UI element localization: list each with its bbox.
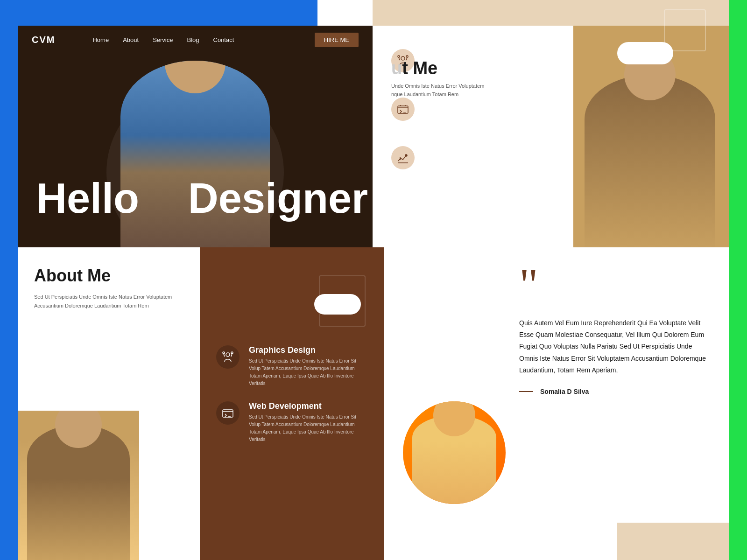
service-mid-title-0: Graphics Design	[249, 345, 368, 355]
service-mid-content-0: Graphics Design Sed Ut Perspiciatis Unde…	[249, 345, 368, 387]
about-me-subtitle: Sed Ut Perspiciatis Unde Omnis Iste Natu…	[34, 293, 183, 310]
web-dev-icon	[396, 102, 410, 116]
white-pill-mid	[314, 294, 361, 315]
service-mid-item-1: Web Development Sed Ut Perspiciatis Unde…	[216, 401, 368, 443]
person-photo-bottom	[18, 411, 139, 560]
person-bottom-figure	[27, 425, 130, 560]
svg-rect-5	[400, 157, 401, 160]
svg-rect-9	[223, 410, 233, 417]
bottom-right-panel: " Quis Autem Vel Eum Iure Reprehenderit …	[384, 247, 729, 560]
person-bottom-head	[55, 411, 102, 448]
author-line: Somalia D Silva	[519, 388, 706, 395]
svg-point-4	[405, 154, 407, 156]
svg-point-6	[226, 353, 230, 357]
svg-rect-3	[398, 106, 408, 113]
about-me-section: About Me Sed Ut Perspiciatis Unde Omnis …	[34, 266, 183, 310]
bg-blue-left-strip	[0, 0, 18, 560]
testimonial-content: " Quis Autem Vel Eum Iure Reprehenderit …	[519, 266, 706, 395]
svg-point-1	[398, 56, 400, 57]
testimonial-text: Quis Autem Vel Eum Iure Reprehenderit Qu…	[519, 317, 706, 376]
hire-me-button[interactable]: HIRE ME	[315, 33, 359, 47]
right-top-panel: ut Me Unde Omnis Iste Natus Error Volupt…	[373, 0, 729, 252]
quote-marks: "	[519, 266, 706, 303]
person-figure	[585, 75, 715, 252]
service-mid-icon-1	[216, 401, 240, 425]
service-mid-icon-0	[216, 345, 240, 369]
service-right-item-1: Web Development Sed Ut Perspiciatis Unde…	[391, 98, 559, 132]
site-logo: CVM	[32, 35, 55, 45]
hero-hello-text: Hello	[36, 177, 139, 219]
bg-green-right-strip	[729, 0, 747, 560]
service-mid-content-1: Web Development Sed Ut Perspiciatis Unde…	[249, 401, 368, 443]
hero-head	[165, 61, 226, 93]
web-dev-icon-mid	[221, 406, 235, 420]
svg-point-7	[223, 352, 225, 354]
service-right-desc-2: Sed Ut Perspiciatis Unde Omnis Iste Natu…	[424, 158, 559, 181]
service-right-content-1: Web Development Sed Ut Perspiciatis Unde…	[424, 98, 559, 132]
service-right-content-2: Marketing Analysis Sed Ut Perspiciatis U…	[424, 146, 559, 181]
webdev-icon-wrap	[391, 98, 415, 121]
author-dash	[519, 391, 533, 392]
bottom-mid-panel: Graphics Design Sed Ut Perspiciatis Unde…	[200, 247, 384, 560]
about-me-title: About Me	[34, 266, 183, 286]
tan-box-bottom	[617, 523, 729, 560]
services-mid-list: Graphics Design Sed Ut Perspiciatis Unde…	[216, 345, 368, 443]
hero-designer-text: Designer	[188, 177, 368, 219]
service-mid-desc-0: Sed Ut Perspiciatis Unde Omnis Iste Natu…	[249, 357, 368, 387]
nav-contact[interactable]: Contact	[213, 36, 234, 43]
about-me-header: ut Me Unde Omnis Iste Natus Error Volupt…	[391, 58, 484, 98]
service-right-title-2: Marketing Analysis	[424, 146, 559, 156]
service-mid-desc-1: Sed Ut Perspiciatis Unde Omnis Iste Natu…	[249, 413, 368, 443]
author-name: Somalia D Silva	[540, 388, 589, 395]
nav-about[interactable]: About	[123, 36, 139, 43]
marketing-icon-wrap	[391, 146, 415, 169]
nav-service[interactable]: Service	[153, 36, 173, 43]
marketing-icon	[396, 151, 410, 165]
about-me-top-subtitle: Unde Omnis Iste Natus Error Voluptatemnq…	[391, 82, 484, 98]
deco-square-top	[664, 9, 706, 51]
main-wrapper: CVM Home About Service Blog Contact HIRE…	[18, 0, 729, 560]
hero-panel: CVM Home About Service Blog Contact HIRE…	[18, 26, 373, 247]
testimonial-figure	[412, 415, 496, 504]
service-right-title-1: Web Development	[424, 98, 559, 107]
nav-blog[interactable]: Blog	[187, 36, 199, 43]
nav-links: Home About Service Blog Contact	[92, 36, 314, 43]
service-right-title-0: Graphics Design	[424, 49, 559, 59]
service-right-item-2: Marketing Analysis Sed Ut Perspiciatis U…	[391, 146, 559, 181]
service-right-desc-1: Sed Ut Perspiciatis Unde Omnis Iste Natu…	[424, 110, 559, 132]
svg-point-8	[231, 352, 233, 354]
graphic-design-icon-mid	[221, 350, 235, 364]
service-mid-item-0: Graphics Design Sed Ut Perspiciatis Unde…	[216, 345, 368, 387]
testimonial-head	[433, 401, 475, 436]
bottom-left-panel: About Me Sed Ut Perspiciatis Unde Omnis …	[18, 247, 200, 560]
nav-home[interactable]: Home	[92, 36, 109, 43]
service-mid-title-1: Web Development	[249, 401, 368, 411]
hero-nav: CVM Home About Service Blog Contact HIRE…	[18, 26, 373, 54]
svg-point-2	[406, 56, 408, 57]
about-me-top-title: ut Me	[391, 58, 484, 78]
testimonial-person-photo	[403, 401, 506, 504]
